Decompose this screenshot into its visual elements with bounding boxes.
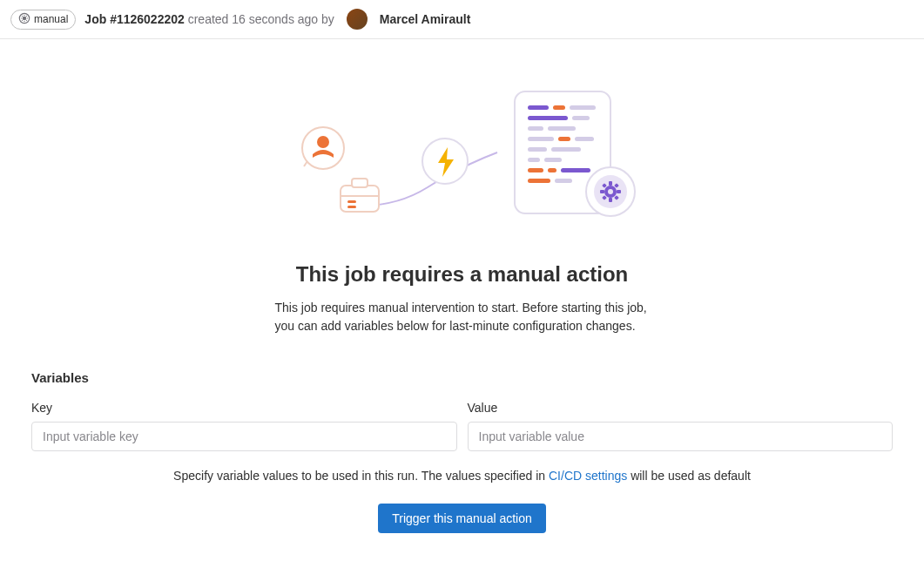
svg-rect-16 (548, 126, 576, 131)
variable-value-input[interactable] (468, 422, 894, 451)
hint-prefix: Specify variable values to be used in th… (173, 469, 549, 483)
illustration-wrap (31, 83, 893, 231)
avatar[interactable] (347, 9, 368, 30)
value-label: Value (468, 401, 894, 415)
svg-rect-7 (347, 206, 356, 208)
hint-suffix: will be used as default (627, 469, 751, 483)
svg-point-1 (23, 17, 26, 20)
svg-rect-6 (347, 200, 356, 203)
svg-rect-14 (572, 116, 590, 120)
svg-rect-24 (528, 168, 543, 172)
svg-rect-12 (570, 105, 596, 110)
page-description: This job requires manual intervention to… (275, 299, 650, 335)
status-badge: manual (10, 10, 76, 30)
variable-key-col: Key (31, 401, 457, 451)
svg-point-3 (317, 136, 329, 148)
manual-action-illustration (288, 83, 637, 231)
svg-rect-28 (555, 179, 572, 183)
svg-rect-25 (548, 168, 556, 172)
svg-rect-13 (528, 116, 568, 120)
svg-rect-4 (341, 186, 379, 212)
trigger-wrap: Trigger this manual action (31, 504, 893, 533)
author-name[interactable]: Marcel Amirault (380, 12, 471, 26)
status-label: manual (34, 13, 68, 25)
trigger-button[interactable]: Trigger this manual action (378, 504, 546, 533)
svg-rect-17 (528, 137, 554, 141)
page-title: This job requires a manual action (31, 262, 893, 287)
svg-rect-18 (558, 137, 570, 141)
heading-wrap: This job requires a manual action This j… (31, 262, 893, 335)
variable-key-input[interactable] (31, 422, 457, 451)
svg-rect-22 (528, 158, 540, 162)
svg-rect-34 (609, 198, 612, 202)
svg-rect-33 (609, 181, 612, 186)
hint-text: Specify variable values to be used in th… (31, 469, 893, 483)
svg-rect-26 (561, 168, 590, 172)
svg-rect-23 (544, 158, 562, 162)
svg-rect-15 (528, 126, 543, 131)
svg-rect-5 (352, 179, 368, 187)
svg-rect-35 (617, 190, 621, 193)
job-title-block: Job #1126022202 created 16 seconds ago b… (84, 12, 334, 26)
svg-rect-19 (575, 137, 594, 141)
content-area: This job requires a manual action This j… (0, 39, 924, 565)
variable-value-col: Value (468, 401, 894, 451)
svg-point-32 (608, 189, 613, 194)
svg-rect-36 (600, 190, 604, 193)
variables-section: Variables Key Value Specify variable val… (31, 370, 893, 533)
variables-title: Variables (31, 370, 893, 385)
cicd-settings-link[interactable]: CI/CD settings (549, 469, 627, 483)
gear-icon (18, 12, 30, 27)
key-label: Key (31, 401, 457, 415)
job-header: manual Job #1126022202 created 16 second… (0, 0, 924, 39)
svg-rect-10 (528, 105, 549, 110)
svg-rect-21 (551, 147, 581, 152)
svg-rect-27 (528, 179, 550, 183)
variable-row: Key Value (31, 401, 893, 451)
job-title: Job #1126022202 (84, 12, 184, 26)
svg-rect-11 (553, 105, 565, 110)
created-text: created 16 seconds ago by (188, 12, 334, 26)
svg-rect-20 (528, 147, 547, 152)
